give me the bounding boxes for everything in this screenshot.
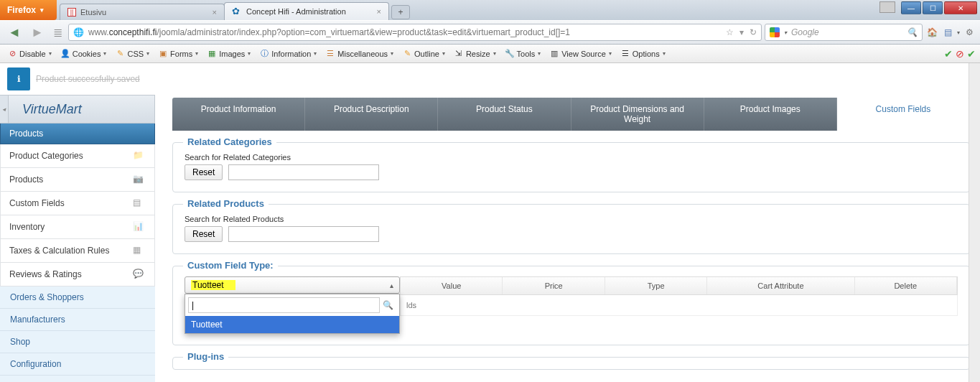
- back-button[interactable]: ◄: [4, 23, 24, 42]
- dev-cookies[interactable]: 👤Cookies: [57, 47, 110, 60]
- sidebar-item-manufacturers[interactable]: Manufacturers: [0, 309, 155, 331]
- search-box[interactable]: ▾ Google 🔍: [765, 24, 923, 41]
- home-icon[interactable]: 🏠: [925, 26, 938, 39]
- grid-icon: ▦: [133, 245, 146, 256]
- col-type: Type: [605, 277, 707, 294]
- sidebar-item-configuration[interactable]: Configuration: [0, 353, 155, 376]
- select-option[interactable]: Tuotteet: [185, 316, 399, 333]
- sidebar-item-products[interactable]: Products📷: [0, 168, 155, 192]
- url-bar[interactable]: 🌐 www.concepthifi.fi/joomla/administrato…: [68, 24, 762, 41]
- bookmark-star-icon[interactable]: ☆: [726, 27, 734, 37]
- search-icon[interactable]: 🔍: [907, 27, 918, 37]
- camera-icon: 📷: [133, 174, 146, 185]
- table-placeholder-row: lds: [400, 295, 958, 316]
- dev-view-source[interactable]: ▥View Source: [546, 47, 615, 60]
- sidebar-item-custom-fields[interactable]: Custom Fields▤: [0, 192, 155, 215]
- dev-forms[interactable]: ▣Forms: [155, 47, 201, 60]
- tab-product-description[interactable]: Product Description: [305, 98, 438, 131]
- related-categories-input[interactable]: [228, 164, 379, 180]
- reload-icon[interactable]: ↻: [750, 27, 757, 37]
- product-tabs: Product Information Product Description …: [172, 98, 970, 131]
- search-icon: 🔍: [380, 300, 396, 310]
- col-delete: Delete: [855, 277, 957, 294]
- browser-nav-toolbar: ◄ ► ≣ 🌐 www.concepthifi.fi/joomla/admini…: [0, 20, 980, 45]
- favicon-icon: [232, 6, 242, 17]
- col-value: Value: [401, 277, 503, 294]
- sidebar-item-tools[interactable]: Tools: [0, 376, 155, 382]
- dev-information[interactable]: ⓘInformation: [256, 47, 319, 60]
- validation-pass-icon[interactable]: ✔: [944, 48, 953, 60]
- url-path: /joomla/administrator/index.php?option=c…: [157, 27, 570, 37]
- col-cart-attribute: Cart Attribute: [707, 277, 854, 294]
- status-message-bar: ℹ Product successfully saved: [0, 63, 980, 95]
- forward-button[interactable]: ►: [27, 23, 47, 42]
- dev-resize[interactable]: ⇲Resize: [451, 47, 499, 60]
- plugins-panel: Plug-ins: [172, 357, 970, 370]
- tab-close-icon[interactable]: ×: [213, 8, 217, 17]
- reload-list-icon[interactable]: ≣: [50, 26, 65, 39]
- toolbar-extra-icon[interactable]: ⚙: [963, 26, 976, 39]
- google-icon: [770, 27, 780, 37]
- sidebar-item-reviews[interactable]: Reviews & Ratings💬: [0, 263, 155, 286]
- tab-product-information[interactable]: Product Information: [172, 98, 305, 131]
- tab-product-dimensions[interactable]: Product Dimensions and Weight: [571, 98, 704, 131]
- browser-tab[interactable]: || Etusivu ×: [60, 4, 225, 20]
- dev-images[interactable]: ▦Images: [204, 47, 253, 60]
- tab-groups-button[interactable]: [879, 1, 895, 13]
- firefox-menu-button[interactable]: Firefox: [0, 0, 57, 20]
- window-minimize-button[interactable]: —: [901, 1, 921, 14]
- reset-button[interactable]: Reset: [185, 226, 223, 242]
- field-label: Search for Related Categories: [185, 153, 958, 162]
- related-products-panel: Related Products Search for Related Prod…: [172, 204, 970, 254]
- dev-miscellaneous[interactable]: ☰Miscellaneous: [322, 47, 396, 60]
- related-categories-panel: Related Categories Search for Related Ca…: [172, 142, 970, 192]
- tab-product-images[interactable]: Product Images: [704, 98, 837, 131]
- related-products-input[interactable]: [228, 226, 379, 242]
- custom-field-type-select[interactable]: Tuotteet ▴: [185, 276, 400, 294]
- virtuemart-logo[interactable]: ◂ VirtueMart: [0, 95, 155, 124]
- sidebar-item-orders[interactable]: Orders & Shoppers: [0, 286, 155, 309]
- sidebar: ◂ VirtueMart Products Product Categories…: [0, 95, 155, 382]
- sidebar-item-shop[interactable]: Shop: [0, 331, 155, 353]
- col-price: Price: [503, 277, 605, 294]
- sidebar-section-products[interactable]: Products: [0, 124, 155, 144]
- browser-tab-active[interactable]: Concept Hifi - Administration ×: [224, 2, 389, 20]
- window-close-button[interactable]: ✕: [944, 1, 977, 14]
- dropdown-arrow-icon[interactable]: ▾: [784, 29, 787, 36]
- chevron-up-icon: ▴: [390, 281, 393, 289]
- validation-pass-icon[interactable]: ✔: [967, 48, 976, 60]
- favicon-icon: ||: [67, 8, 76, 17]
- tab-custom-fields[interactable]: Custom Fields: [837, 98, 970, 131]
- tab-close-icon[interactable]: ×: [377, 7, 381, 16]
- panel-legend: Plug-ins: [183, 351, 228, 362]
- tab-product-status[interactable]: Product Status: [438, 98, 571, 131]
- panel-legend: Related Products: [183, 198, 269, 209]
- vertical-scrollbar[interactable]: [969, 63, 980, 382]
- status-message-text: Product successfully saved: [36, 74, 140, 84]
- field-label: Search for Related Products: [185, 215, 958, 223]
- url-domain: concepthifi.fi: [109, 27, 157, 37]
- dropdown-arrow-icon[interactable]: ▾: [957, 29, 960, 36]
- dev-css[interactable]: ✎CSS: [112, 47, 152, 60]
- url-prefix: www.: [88, 27, 109, 37]
- dev-tools[interactable]: 🔧Tools: [502, 47, 544, 60]
- sidebar-item-inventory[interactable]: Inventory📊: [0, 215, 155, 239]
- sidebar-item-taxes[interactable]: Taxes & Calculation Rules▦: [0, 239, 155, 263]
- dropdown-arrow-icon[interactable]: ▾: [739, 27, 744, 37]
- main-content: Product Information Product Description …: [155, 95, 980, 382]
- sidebar-item-product-categories[interactable]: Product Categories📁: [0, 144, 155, 168]
- sidebar-collapse-icon[interactable]: ◂: [0, 96, 9, 123]
- validation-fail-icon[interactable]: ⊘: [956, 48, 964, 60]
- dev-outline[interactable]: ✎Outline: [399, 47, 448, 60]
- panel-legend: Related Categories: [183, 136, 276, 147]
- new-tab-button[interactable]: +: [391, 5, 410, 19]
- reset-button[interactable]: Reset: [185, 164, 223, 180]
- select-search-input[interactable]: [188, 297, 380, 313]
- window-maximize-button[interactable]: ☐: [923, 1, 943, 14]
- fields-icon: ▤: [133, 197, 146, 209]
- folder-icon: 📁: [133, 150, 146, 162]
- feed-icon[interactable]: ▤: [941, 26, 954, 39]
- dev-options[interactable]: ☰Options: [617, 47, 668, 60]
- dev-disable[interactable]: ⊘Disable: [4, 47, 55, 60]
- web-developer-toolbar: ⊘Disable 👤Cookies ✎CSS ▣Forms ▦Images ⓘI…: [0, 45, 980, 63]
